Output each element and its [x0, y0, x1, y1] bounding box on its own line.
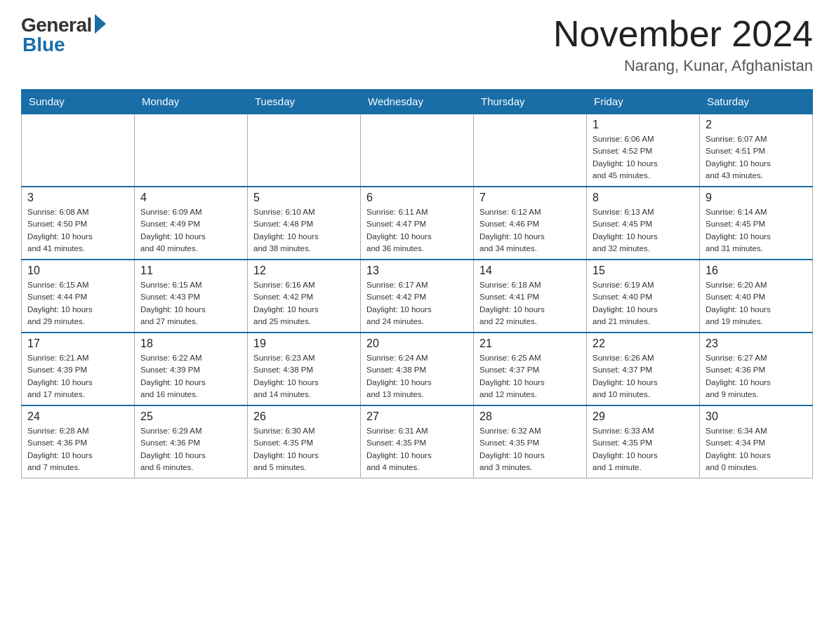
day-number: 4: [140, 192, 241, 204]
calendar-cell: [135, 114, 248, 187]
page-header: General Blue November 2024 Narang, Kunar…: [21, 14, 813, 75]
calendar-cell: 5Sunrise: 6:10 AM Sunset: 4:48 PM Daylig…: [248, 187, 361, 260]
calendar-cell: 6Sunrise: 6:11 AM Sunset: 4:47 PM Daylig…: [361, 187, 474, 260]
day-info: Sunrise: 6:11 AM Sunset: 4:47 PM Dayligh…: [366, 206, 468, 255]
calendar-cell: [474, 114, 587, 187]
day-number: 7: [479, 192, 581, 204]
day-number: 30: [706, 410, 807, 423]
calendar-cell: 2Sunrise: 6:07 AM Sunset: 4:51 PM Daylig…: [700, 114, 813, 187]
day-info: Sunrise: 6:26 AM Sunset: 4:37 PM Dayligh…: [593, 352, 694, 401]
day-info: Sunrise: 6:15 AM Sunset: 4:44 PM Dayligh…: [27, 279, 128, 328]
logo-arrow-icon: [95, 14, 106, 34]
calendar-week-row: 10Sunrise: 6:15 AM Sunset: 4:44 PM Dayli…: [22, 260, 813, 333]
calendar-cell: 11Sunrise: 6:15 AM Sunset: 4:43 PM Dayli…: [135, 260, 248, 333]
calendar-cell: 15Sunrise: 6:19 AM Sunset: 4:40 PM Dayli…: [587, 260, 700, 333]
calendar-cell: 20Sunrise: 6:24 AM Sunset: 4:38 PM Dayli…: [361, 333, 474, 405]
day-info: Sunrise: 6:17 AM Sunset: 4:42 PM Dayligh…: [366, 279, 468, 328]
day-number: 6: [366, 192, 468, 204]
day-info: Sunrise: 6:10 AM Sunset: 4:48 PM Dayligh…: [253, 206, 355, 255]
calendar-cell: 13Sunrise: 6:17 AM Sunset: 4:42 PM Dayli…: [361, 260, 474, 333]
day-info: Sunrise: 6:08 AM Sunset: 4:50 PM Dayligh…: [27, 206, 128, 255]
day-number: 27: [366, 410, 468, 423]
day-number: 19: [253, 337, 355, 350]
logo: General Blue: [21, 14, 106, 56]
calendar-cell: 14Sunrise: 6:18 AM Sunset: 4:41 PM Dayli…: [474, 260, 587, 333]
month-title: November 2024: [553, 14, 813, 54]
calendar-cell: 12Sunrise: 6:16 AM Sunset: 4:42 PM Dayli…: [248, 260, 361, 333]
calendar-cell: [248, 114, 361, 187]
calendar-day-header: Thursday: [474, 90, 587, 114]
calendar-cell: [22, 114, 135, 187]
day-info: Sunrise: 6:27 AM Sunset: 4:36 PM Dayligh…: [706, 352, 807, 401]
day-number: 14: [479, 264, 581, 277]
calendar-cell: 29Sunrise: 6:33 AM Sunset: 4:35 PM Dayli…: [587, 405, 700, 478]
day-number: 20: [366, 337, 468, 350]
calendar-cell: 10Sunrise: 6:15 AM Sunset: 4:44 PM Dayli…: [22, 260, 135, 333]
day-number: 12: [253, 264, 355, 277]
calendar-cell: 30Sunrise: 6:34 AM Sunset: 4:34 PM Dayli…: [700, 405, 813, 478]
day-number: 25: [140, 410, 241, 423]
day-number: 16: [706, 264, 807, 277]
day-info: Sunrise: 6:16 AM Sunset: 4:42 PM Dayligh…: [253, 279, 355, 328]
logo-blue-text: Blue: [22, 34, 65, 56]
calendar-cell: 27Sunrise: 6:31 AM Sunset: 4:35 PM Dayli…: [361, 405, 474, 478]
calendar-cell: 9Sunrise: 6:14 AM Sunset: 4:45 PM Daylig…: [700, 187, 813, 260]
day-number: 28: [479, 410, 581, 423]
day-number: 1: [593, 119, 694, 131]
day-info: Sunrise: 6:28 AM Sunset: 4:36 PM Dayligh…: [27, 425, 128, 474]
day-info: Sunrise: 6:31 AM Sunset: 4:35 PM Dayligh…: [366, 425, 468, 474]
calendar-day-header: Monday: [135, 90, 248, 114]
calendar-cell: 17Sunrise: 6:21 AM Sunset: 4:39 PM Dayli…: [22, 333, 135, 405]
calendar-week-row: 17Sunrise: 6:21 AM Sunset: 4:39 PM Dayli…: [22, 333, 813, 405]
calendar-cell: 23Sunrise: 6:27 AM Sunset: 4:36 PM Dayli…: [700, 333, 813, 405]
calendar-cell: 24Sunrise: 6:28 AM Sunset: 4:36 PM Dayli…: [22, 405, 135, 478]
calendar-cell: 7Sunrise: 6:12 AM Sunset: 4:46 PM Daylig…: [474, 187, 587, 260]
day-number: 8: [593, 192, 694, 204]
day-number: 15: [593, 264, 694, 277]
calendar-cell: 21Sunrise: 6:25 AM Sunset: 4:37 PM Dayli…: [474, 333, 587, 405]
day-info: Sunrise: 6:24 AM Sunset: 4:38 PM Dayligh…: [366, 352, 468, 401]
day-info: Sunrise: 6:29 AM Sunset: 4:36 PM Dayligh…: [140, 425, 241, 474]
calendar-cell: 3Sunrise: 6:08 AM Sunset: 4:50 PM Daylig…: [22, 187, 135, 260]
calendar-day-header: Saturday: [700, 90, 813, 114]
calendar-day-header: Sunday: [22, 90, 135, 114]
day-number: 13: [366, 264, 468, 277]
location-text: Narang, Kunar, Afghanistan: [553, 57, 813, 75]
title-block: November 2024 Narang, Kunar, Afghanistan: [553, 14, 813, 75]
calendar-week-row: 3Sunrise: 6:08 AM Sunset: 4:50 PM Daylig…: [22, 187, 813, 260]
calendar-cell: 4Sunrise: 6:09 AM Sunset: 4:49 PM Daylig…: [135, 187, 248, 260]
day-info: Sunrise: 6:34 AM Sunset: 4:34 PM Dayligh…: [706, 425, 807, 474]
calendar-day-header: Tuesday: [248, 90, 361, 114]
day-info: Sunrise: 6:22 AM Sunset: 4:39 PM Dayligh…: [140, 352, 241, 401]
calendar-table: SundayMondayTuesdayWednesdayThursdayFrid…: [21, 89, 813, 478]
calendar-cell: 18Sunrise: 6:22 AM Sunset: 4:39 PM Dayli…: [135, 333, 248, 405]
day-info: Sunrise: 6:30 AM Sunset: 4:35 PM Dayligh…: [253, 425, 355, 474]
day-number: 22: [593, 337, 694, 350]
calendar-cell: 16Sunrise: 6:20 AM Sunset: 4:40 PM Dayli…: [700, 260, 813, 333]
day-number: 3: [27, 192, 128, 204]
calendar-day-header: Friday: [587, 90, 700, 114]
day-number: 2: [706, 119, 807, 131]
calendar-cell: 28Sunrise: 6:32 AM Sunset: 4:35 PM Dayli…: [474, 405, 587, 478]
calendar-day-header: Wednesday: [361, 90, 474, 114]
day-info: Sunrise: 6:18 AM Sunset: 4:41 PM Dayligh…: [479, 279, 581, 328]
day-info: Sunrise: 6:14 AM Sunset: 4:45 PM Dayligh…: [706, 206, 807, 255]
day-number: 9: [706, 192, 807, 204]
day-info: Sunrise: 6:13 AM Sunset: 4:45 PM Dayligh…: [593, 206, 694, 255]
calendar-cell: 22Sunrise: 6:26 AM Sunset: 4:37 PM Dayli…: [587, 333, 700, 405]
calendar-cell: 1Sunrise: 6:06 AM Sunset: 4:52 PM Daylig…: [587, 114, 700, 187]
day-info: Sunrise: 6:25 AM Sunset: 4:37 PM Dayligh…: [479, 352, 581, 401]
day-info: Sunrise: 6:09 AM Sunset: 4:49 PM Dayligh…: [140, 206, 241, 255]
calendar-header-row: SundayMondayTuesdayWednesdayThursdayFrid…: [22, 90, 813, 114]
day-number: 17: [27, 337, 128, 350]
day-info: Sunrise: 6:32 AM Sunset: 4:35 PM Dayligh…: [479, 425, 581, 474]
calendar-week-row: 1Sunrise: 6:06 AM Sunset: 4:52 PM Daylig…: [22, 114, 813, 187]
calendar-cell: 25Sunrise: 6:29 AM Sunset: 4:36 PM Dayli…: [135, 405, 248, 478]
day-info: Sunrise: 6:20 AM Sunset: 4:40 PM Dayligh…: [706, 279, 807, 328]
day-number: 11: [140, 264, 241, 277]
day-info: Sunrise: 6:21 AM Sunset: 4:39 PM Dayligh…: [27, 352, 128, 401]
day-info: Sunrise: 6:07 AM Sunset: 4:51 PM Dayligh…: [706, 133, 807, 182]
day-info: Sunrise: 6:33 AM Sunset: 4:35 PM Dayligh…: [593, 425, 694, 474]
day-info: Sunrise: 6:12 AM Sunset: 4:46 PM Dayligh…: [479, 206, 581, 255]
calendar-cell: [361, 114, 474, 187]
